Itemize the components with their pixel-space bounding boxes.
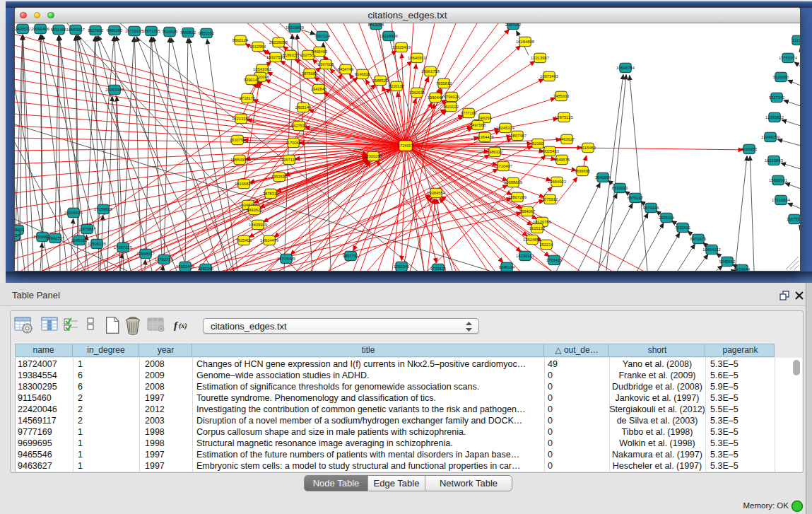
svg-text:1733425: 1733425 (430, 267, 447, 271)
svg-text:1292346: 1292346 (394, 264, 410, 269)
svg-text:5465463: 5465463 (312, 49, 328, 54)
svg-text:14914479: 14914479 (260, 238, 278, 243)
svg-text:15716485: 15716485 (277, 257, 295, 261)
svg-text:9857791: 9857791 (343, 254, 359, 258)
svg-text:16154808: 16154808 (516, 40, 534, 44)
svg-text:18300295: 18300295 (364, 154, 382, 158)
svg-text:1621022: 1621022 (443, 105, 459, 109)
svg-text:8933923: 8933923 (612, 186, 628, 190)
svg-text:18640910: 18640910 (408, 56, 426, 60)
svg-text:19218506: 19218506 (379, 34, 398, 38)
svg-text:9699695: 9699695 (575, 169, 591, 173)
svg-text:17016504: 17016504 (772, 198, 791, 202)
svg-text:5091406: 5091406 (51, 28, 67, 32)
svg-text:10543362: 10543362 (253, 67, 271, 71)
svg-text:9115460: 9115460 (580, 146, 596, 150)
svg-text:23226058: 23226058 (269, 40, 288, 45)
svg-text:2803144: 2803144 (295, 105, 312, 110)
svg-text:1145193: 1145193 (71, 238, 87, 243)
svg-text:13654923: 13654923 (548, 180, 566, 184)
svg-text:746266: 746266 (478, 116, 491, 120)
svg-text:1167533: 1167533 (787, 217, 800, 221)
svg-text:9851552: 9851552 (199, 31, 215, 35)
svg-text:7075912: 7075912 (542, 197, 558, 201)
svg-text:8471676: 8471676 (690, 237, 707, 241)
svg-text:2342845: 2342845 (311, 87, 327, 91)
svg-text:7955812: 7955812 (436, 81, 452, 86)
svg-text:1733426: 1733426 (546, 258, 563, 262)
svg-text:8660124: 8660124 (233, 38, 249, 42)
svg-text:1990444: 1990444 (428, 95, 444, 100)
svg-text:18807289: 18807289 (508, 195, 526, 199)
svg-text:16210643: 16210643 (765, 158, 783, 163)
svg-text:20091406: 20091406 (31, 27, 49, 31)
svg-text:21364436: 21364436 (476, 135, 494, 139)
svg-text:f: f (174, 320, 179, 331)
svg-text:2087682: 2087682 (505, 23, 522, 27)
svg-text:1362635: 1362635 (409, 90, 425, 95)
svg-text:(x): (x) (179, 322, 187, 330)
svg-text:7986322: 7986322 (487, 150, 503, 154)
svg-text:8215955: 8215955 (741, 147, 758, 151)
svg-text:8186328: 8186328 (283, 53, 299, 57)
svg-text:15751074: 15751074 (779, 56, 798, 60)
svg-text:1292344: 1292344 (198, 267, 214, 271)
svg-text:1615132: 1615132 (529, 226, 546, 230)
svg-text:16648784: 16648784 (616, 66, 635, 70)
svg-text:1549575: 1549575 (554, 158, 570, 162)
svg-text:252214: 252214 (539, 243, 553, 247)
svg-text:12213967: 12213967 (531, 56, 549, 60)
svg-text:39154: 39154 (15, 233, 20, 238)
svg-text:10025433: 10025433 (541, 149, 559, 153)
svg-text:9245652: 9245652 (719, 259, 736, 264)
svg-text:9674444: 9674444 (643, 206, 659, 210)
svg-text:12505135: 12505135 (88, 242, 106, 246)
svg-text:1527602: 1527602 (88, 28, 104, 33)
svg-text:9384067: 9384067 (519, 209, 536, 214)
svg-text:7515525: 7515525 (162, 30, 178, 34)
svg-text:19654935: 19654935 (230, 158, 249, 162)
svg-text:2935114: 2935114 (659, 216, 675, 220)
svg-text:8220137: 8220137 (389, 84, 405, 88)
svg-text:2367608: 2367608 (318, 62, 334, 66)
svg-text:7625402: 7625402 (236, 238, 252, 243)
svg-text:6497568: 6497568 (470, 123, 486, 127)
svg-text:1170041: 1170041 (286, 141, 301, 145)
svg-text:12975125: 12975125 (555, 115, 573, 119)
svg-text:6794024: 6794024 (444, 95, 460, 99)
svg-text:1640954: 1640954 (595, 175, 611, 180)
svg-text:9390141: 9390141 (244, 78, 260, 82)
svg-text:11173: 11173 (792, 38, 800, 42)
svg-text:5493822: 5493822 (247, 208, 263, 212)
svg-text:10958117: 10958117 (136, 252, 154, 256)
svg-text:8454749: 8454749 (338, 67, 354, 71)
svg-text:7357224: 7357224 (314, 34, 331, 38)
svg-text:2718176: 2718176 (240, 96, 256, 100)
svg-text:13524851: 13524851 (523, 238, 541, 242)
svg-text:10653267: 10653267 (66, 28, 85, 32)
svg-text:10654112: 10654112 (702, 247, 720, 252)
svg-text:13325419: 13325419 (392, 45, 411, 49)
svg-text:3878312: 3878312 (263, 192, 279, 196)
svg-text:10719155: 10719155 (125, 29, 143, 33)
svg-text:9463627: 9463627 (559, 137, 575, 141)
svg-text:12213369: 12213369 (232, 117, 250, 121)
svg-text:9845124: 9845124 (499, 265, 515, 269)
svg-text:10688609: 10688609 (504, 180, 522, 185)
svg-text:10975887: 10975887 (78, 227, 96, 231)
svg-text:26053346: 26053346 (105, 88, 124, 92)
svg-text:10973493: 10973493 (540, 74, 558, 78)
svg-text:14136141: 14136141 (516, 254, 534, 258)
svg-text:62160: 62160 (532, 141, 543, 146)
svg-text:12923448: 12923448 (176, 264, 194, 269)
svg-text:9227342: 9227342 (769, 95, 785, 100)
svg-text:10807487: 10807487 (508, 134, 526, 138)
svg-text:9427532: 9427532 (291, 124, 307, 128)
svg-text:16961758: 16961758 (421, 69, 440, 74)
svg-text:1588520: 1588520 (372, 78, 389, 83)
svg-text:16671355: 16671355 (142, 29, 160, 33)
svg-text:6879197: 6879197 (628, 196, 644, 200)
svg-text:7485003: 7485003 (553, 94, 570, 98)
svg-text:3875685: 3875685 (302, 71, 318, 76)
svg-text:9129966: 9129966 (773, 75, 789, 79)
